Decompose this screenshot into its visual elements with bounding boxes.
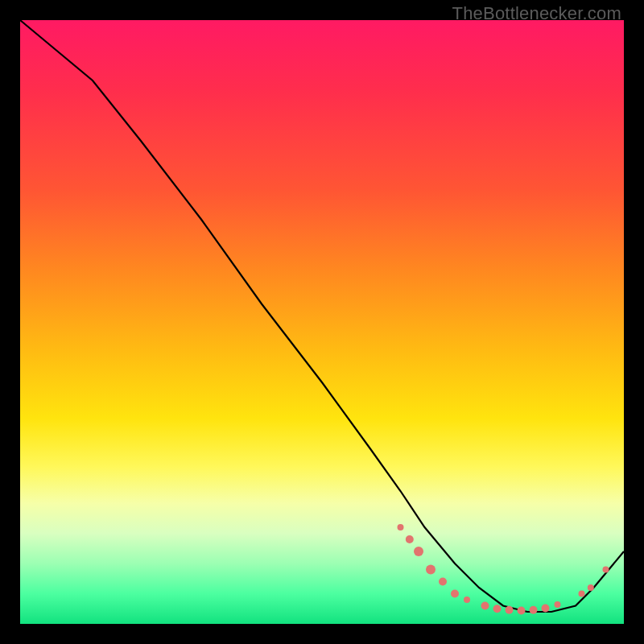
chart-svg [20, 20, 624, 624]
data-marker [579, 591, 585, 597]
data-marker [506, 606, 514, 614]
data-marker [398, 524, 404, 530]
data-marker [481, 602, 489, 610]
data-marker [414, 547, 423, 556]
data-marker [439, 578, 447, 586]
data-marker [451, 590, 459, 598]
bottleneck-curve [20, 20, 624, 612]
watermark-text: TheBottlenecker.com [452, 3, 621, 24]
data-marker [518, 607, 526, 615]
marker-group [398, 524, 609, 615]
data-marker [464, 597, 470, 603]
data-marker [530, 606, 538, 614]
data-marker [493, 605, 502, 613]
data-marker [588, 584, 594, 591]
data-marker [406, 535, 414, 543]
data-marker [555, 601, 561, 608]
data-marker [603, 567, 609, 573]
chart-frame [20, 20, 624, 624]
data-marker [426, 565, 436, 575]
data-marker [542, 605, 550, 613]
